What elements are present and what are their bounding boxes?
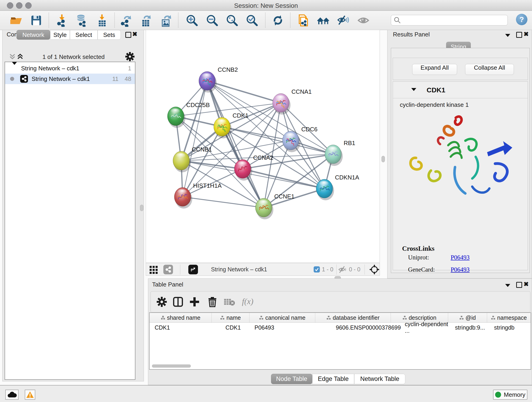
export-table-button[interactable] — [139, 14, 152, 27]
show-columns-button[interactable] — [173, 297, 183, 307]
open-session-button[interactable] — [10, 14, 22, 27]
control-panel-close-button[interactable]: ✖ — [132, 31, 138, 38]
network-node-HIST1H1A[interactable]: HIST1H1A — [174, 182, 222, 209]
column-header[interactable]: database identifier — [315, 313, 391, 322]
network-row-selected[interactable]: String Network – cdk1 11 48 — [5, 74, 135, 84]
expand-all-button[interactable]: Expand All — [412, 64, 457, 75]
delete-table-button[interactable] — [224, 297, 234, 307]
clone-network-button[interactable] — [297, 14, 309, 27]
fit-selected-button[interactable] — [369, 264, 380, 275]
network-list-options-button[interactable] — [125, 52, 134, 62]
network-node-CCNA1[interactable]: CCNA1 — [273, 88, 312, 115]
hidden-toggle-button[interactable] — [338, 266, 347, 274]
memory-button[interactable]: Memory — [493, 390, 527, 400]
table-panel-maximize-button[interactable] — [516, 281, 522, 288]
hide-selected-button[interactable] — [337, 14, 350, 27]
network-node-CDKN1A[interactable]: CDKN1A — [316, 174, 359, 200]
zoom-in-button[interactable] — [186, 14, 198, 27]
cell-description[interactable]: cyclin-dependent ... — [391, 323, 448, 332]
tab-sets[interactable]: Sets — [98, 30, 121, 40]
cell-shared-name[interactable]: CDK1 — [150, 323, 212, 332]
table-panel-close-button[interactable]: ✖ — [524, 281, 529, 288]
cloud-status-button[interactable] — [5, 390, 19, 400]
selected-count-label: 1 - 0 — [322, 266, 333, 273]
show-hidden-button[interactable] — [357, 14, 370, 27]
import-table-button[interactable] — [96, 14, 109, 27]
zoom-out-button[interactable] — [206, 14, 219, 27]
zoom-fit-button[interactable] — [226, 14, 239, 27]
import-network-button[interactable] — [56, 14, 69, 27]
collapse-section-icon[interactable] — [411, 88, 416, 91]
refresh-view-button[interactable] — [272, 14, 284, 27]
network-collection-row[interactable]: String Network – cdk1 1 — [5, 63, 135, 74]
tree-expand-icon[interactable] — [12, 65, 17, 72]
column-header[interactable]: name — [212, 313, 249, 322]
string-style-button[interactable] — [163, 265, 173, 274]
column-header[interactable]: @id — [448, 313, 487, 322]
network-edge-count: 48 — [125, 75, 131, 83]
expand-all-networks-button[interactable] — [17, 53, 24, 61]
crosslink-link[interactable]: P06493 — [451, 254, 470, 261]
cell-id[interactable]: stringdb:9... — [448, 323, 487, 332]
tab-network[interactable]: Network — [17, 30, 50, 40]
search-field[interactable] — [391, 15, 508, 26]
create-column-button[interactable] — [189, 297, 200, 307]
network-node-CCNB1[interactable]: CCNB1 — [173, 146, 212, 172]
results-panel-close-button[interactable]: ✖ — [524, 31, 529, 38]
tab-edge-table[interactable]: Edge Table — [312, 374, 354, 384]
network-edge-HIST1H1A-CCNE1[interactable] — [183, 197, 264, 208]
import-network-from-database-button[interactable] — [75, 14, 88, 27]
export-table-icon — [139, 14, 152, 27]
zoom-selected-button[interactable] — [246, 14, 259, 27]
control-panel-maximize-button[interactable] — [125, 32, 131, 38]
search-input[interactable] — [402, 16, 504, 24]
tab-style[interactable]: Style — [50, 30, 70, 40]
tab-node-table[interactable]: Node Table — [271, 374, 312, 384]
show-all-networks-button[interactable] — [317, 14, 330, 27]
right-splitter-handle[interactable] — [381, 156, 385, 162]
results-panel-float-button[interactable] — [505, 32, 510, 39]
left-splitter-handle[interactable] — [140, 205, 143, 211]
help-button[interactable]: ? — [516, 14, 527, 25]
network-edge-CCNB2-RB1[interactable] — [207, 81, 333, 154]
column-header[interactable]: namespace — [487, 313, 531, 322]
tab-select[interactable]: Select — [70, 30, 98, 40]
cell-name[interactable]: CDK1 — [212, 323, 249, 332]
table-options-button[interactable] — [157, 297, 167, 307]
network-node-RB1[interactable]: RB1 — [325, 140, 355, 166]
collapse-all-button[interactable]: Collapse All — [465, 64, 514, 75]
network-edge-CCNB2-HIST1H1A[interactable] — [183, 81, 207, 197]
toolbar-separator — [265, 13, 266, 28]
external-link-icon — [190, 267, 196, 272]
selected-checkbox[interactable] — [314, 266, 320, 273]
cell-canonical-name[interactable]: P06493 — [249, 323, 315, 332]
protein-card-header[interactable]: CDK1 — [393, 82, 528, 98]
table-panel-float-button[interactable] — [505, 282, 510, 289]
collapse-all-networks-button[interactable] — [9, 53, 16, 61]
close-icon: ✖ — [524, 31, 529, 37]
houses-icon — [317, 14, 330, 27]
import-table-icon — [96, 14, 109, 27]
birdseye-toggle-button[interactable] — [149, 265, 158, 275]
column-header[interactable]: canonical name — [249, 313, 315, 322]
network-canvas[interactable]: CCNB2CCNA1CDC25BCDK1CDC6RB1CCNB1CCNA2CDK… — [146, 30, 380, 263]
column-header[interactable]: shared name — [150, 313, 212, 322]
cell-database-identifier[interactable]: 9606.ENSP00000378699 — [315, 323, 391, 332]
delete-column-button[interactable] — [207, 297, 218, 307]
detach-view-button[interactable] — [188, 265, 198, 274]
horizontal-scrollbar[interactable] — [152, 364, 191, 368]
export-image-button[interactable] — [159, 14, 172, 27]
network-node-CCNE1[interactable]: CCNE1 — [255, 193, 294, 219]
cell-namespace[interactable]: stringdb — [487, 323, 531, 332]
tree-icon — [491, 316, 495, 320]
warnings-button[interactable] — [25, 390, 35, 400]
results-panel-maximize-button[interactable] — [516, 32, 522, 38]
save-session-button[interactable] — [30, 14, 43, 27]
collection-count: 1 — [128, 65, 131, 72]
table-row[interactable]: CDK1 CDK1 P06493 9606.ENSP00000378699 cy… — [150, 323, 531, 332]
tab-network-table[interactable]: Network Table — [354, 374, 405, 384]
network-edge-CCNB2-CCNA1[interactable] — [207, 81, 281, 103]
crosslink-link[interactable]: P06493 — [451, 266, 470, 273]
export-network-button[interactable] — [120, 14, 133, 27]
function-builder-button[interactable]: f(x) — [242, 297, 263, 307]
